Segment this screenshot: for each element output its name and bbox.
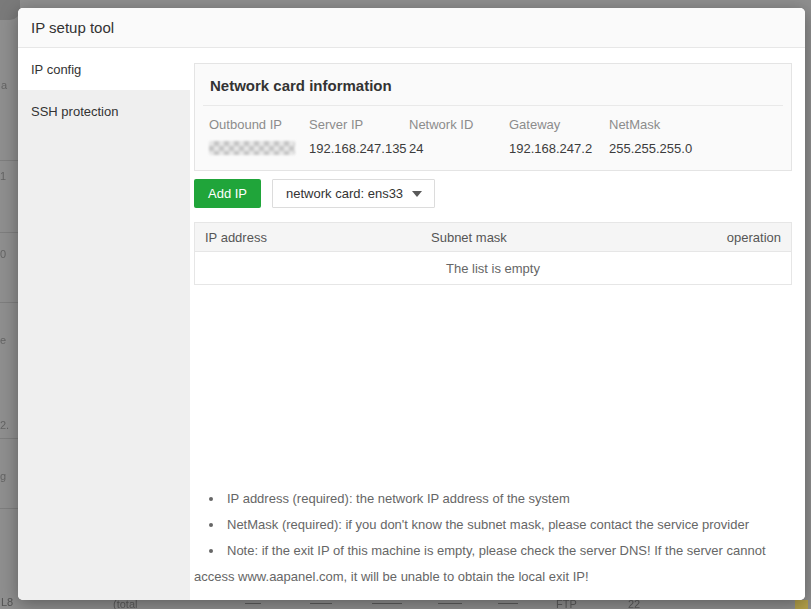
background-divider bbox=[0, 232, 18, 233]
column-header-ip-address: IP address bbox=[195, 230, 431, 245]
field-value: 255.255.255.0 bbox=[609, 141, 692, 157]
background-divider bbox=[0, 508, 18, 509]
background-text-fragment: e bbox=[0, 334, 6, 346]
field-network-id: Network ID 24 bbox=[409, 117, 509, 157]
table-empty-state: The list is empty bbox=[195, 252, 791, 284]
toolbar: Add IP network card: ens33 bbox=[194, 179, 792, 208]
ip-config-panel: Network card information Outbound IP Ser… bbox=[190, 48, 805, 600]
background-text-fragment: 1 bbox=[0, 170, 6, 182]
field-value: 192.168.247.135 bbox=[309, 141, 409, 157]
background-text-fragment bbox=[245, 603, 261, 604]
background-text-fragment: a bbox=[1, 79, 7, 91]
card-title: Network card information bbox=[195, 64, 791, 105]
network-card-select-value: network card: ens33 bbox=[286, 186, 403, 201]
background-text-fragment bbox=[310, 603, 332, 604]
network-card-select[interactable]: network card: ens33 bbox=[272, 179, 435, 208]
dialog-title: IP setup tool bbox=[31, 19, 114, 36]
background-text-fragment: L8 bbox=[1, 596, 13, 608]
field-label: Network ID bbox=[409, 117, 509, 133]
background-text-fragment: 2. bbox=[0, 419, 9, 431]
background-divider bbox=[0, 160, 18, 161]
ip-address-table: IP address Subnet mask operation The lis… bbox=[194, 222, 792, 285]
background-text-fragment: g bbox=[0, 470, 6, 482]
network-info-fields: Outbound IP Server IP 192.168.247.135 Ne… bbox=[195, 106, 791, 170]
column-header-subnet-mask: Subnet mask bbox=[431, 230, 661, 245]
sidebar-item-ip-config[interactable]: IP config bbox=[18, 48, 190, 90]
background-text-fragment: 0 bbox=[0, 248, 6, 260]
field-label: Server IP bbox=[309, 117, 409, 133]
background-text-fragment bbox=[438, 603, 462, 604]
help-notes: IP address (required): the network IP ad… bbox=[194, 486, 792, 590]
background-page-corner bbox=[0, 0, 20, 20]
add-ip-button[interactable]: Add IP bbox=[194, 179, 261, 208]
note-ip-address: IP address (required): the network IP ad… bbox=[194, 486, 792, 512]
dialog-body: IP config SSH protection Network card in… bbox=[18, 48, 805, 600]
note-exit-ip: Note: if the exit IP of this machine is … bbox=[194, 538, 792, 590]
field-label: Outbound IP bbox=[209, 117, 309, 133]
sidebar: IP config SSH protection bbox=[18, 48, 190, 600]
field-label: NetMask bbox=[609, 117, 692, 133]
background-yellow-badge bbox=[795, 600, 808, 609]
field-server-ip: Server IP 192.168.247.135 bbox=[309, 117, 409, 157]
chevron-down-icon bbox=[412, 191, 422, 197]
sidebar-item-ssh-protection[interactable]: SSH protection bbox=[18, 90, 190, 132]
dialog-titlebar: IP setup tool bbox=[18, 8, 805, 48]
background-text-fragment bbox=[372, 603, 402, 604]
field-value: 24 bbox=[409, 141, 509, 157]
ip-setup-tool-dialog: IP setup tool IP config SSH protection N… bbox=[18, 8, 805, 600]
background-divider bbox=[0, 302, 18, 303]
sidebar-item-label: IP config bbox=[31, 62, 81, 77]
ip-table-header-row: IP address Subnet mask operation bbox=[195, 223, 791, 252]
field-gateway: Gateway 192.168.247.2 bbox=[509, 117, 609, 157]
sidebar-item-label: SSH protection bbox=[31, 104, 118, 119]
field-outbound-ip: Outbound IP bbox=[209, 117, 309, 157]
background-text-fragment bbox=[498, 603, 518, 604]
outbound-ip-redacted-value bbox=[209, 141, 295, 155]
field-label: Gateway bbox=[509, 117, 609, 133]
field-value: 192.168.247.2 bbox=[509, 141, 609, 157]
column-header-operation: operation bbox=[661, 230, 791, 245]
note-netmask: NetMask (required): if you don't know th… bbox=[194, 512, 792, 538]
field-netmask: NetMask 255.255.255.0 bbox=[609, 117, 692, 157]
background-divider bbox=[0, 438, 18, 439]
network-card-info-card: Network card information Outbound IP Ser… bbox=[194, 63, 792, 171]
